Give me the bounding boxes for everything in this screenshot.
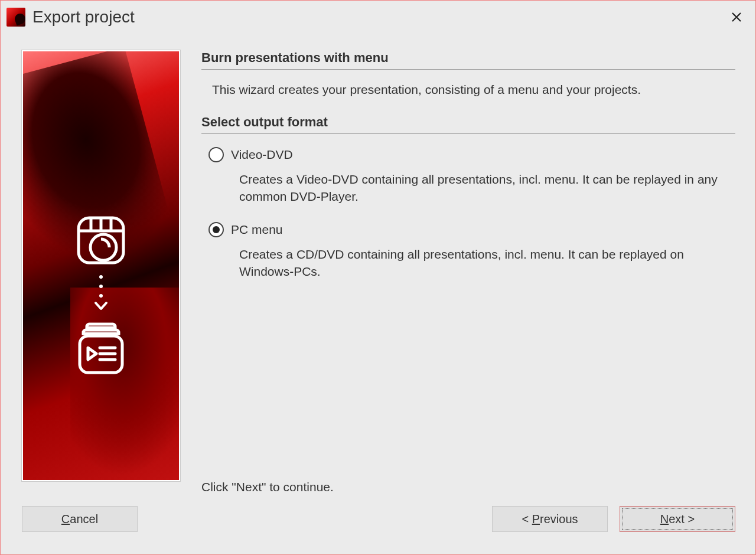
wizard-side-image: [22, 50, 180, 481]
intro-text: This wizard creates your presentation, c…: [201, 83, 735, 97]
radio-indicator: [208, 147, 224, 162]
menu-target-icon: [71, 317, 131, 382]
arrow-down-icon: [92, 270, 110, 317]
section-heading-format: Select output format: [201, 115, 735, 134]
previous-button[interactable]: < Previous: [492, 506, 608, 532]
content-area: Burn presentations with menu This wizard…: [1, 34, 755, 506]
next-button[interactable]: Next >: [620, 506, 735, 532]
close-button[interactable]: [725, 5, 748, 29]
button-bar: Cancel < Previous Next >: [1, 506, 755, 547]
close-icon: [731, 12, 742, 22]
output-format-group: Video-DVD Creates a Video-DVD containing…: [201, 147, 735, 297]
continue-hint: Click "Next" to continue.: [201, 480, 735, 494]
radio-pc-menu[interactable]: PC menu: [208, 222, 735, 237]
svg-point-2: [99, 275, 103, 279]
radio-desc-video-dvd: Creates a Video-DVD containing all prese…: [208, 171, 735, 205]
disc-source-icon: [71, 211, 131, 270]
svg-point-4: [99, 294, 103, 298]
radio-indicator: [208, 222, 224, 237]
main-panel: Burn presentations with menu This wizard…: [180, 50, 735, 506]
radio-desc-pc-menu: Creates a CD/DVD containing all presenta…: [208, 246, 735, 280]
window-title: Export project: [32, 8, 725, 27]
previous-label: revious: [540, 512, 578, 525]
svg-point-3: [99, 285, 103, 288]
app-icon: [6, 8, 25, 27]
title-bar: Export project: [1, 1, 755, 34]
next-label: ext: [669, 512, 685, 525]
radio-label-pc-menu: PC menu: [231, 223, 283, 237]
cancel-label: ancel: [70, 512, 98, 525]
radio-video-dvd[interactable]: Video-DVD: [208, 147, 735, 162]
radio-label-video-dvd: Video-DVD: [231, 148, 293, 162]
section-heading-burn: Burn presentations with menu: [201, 50, 735, 70]
cancel-button[interactable]: Cancel: [22, 506, 138, 532]
